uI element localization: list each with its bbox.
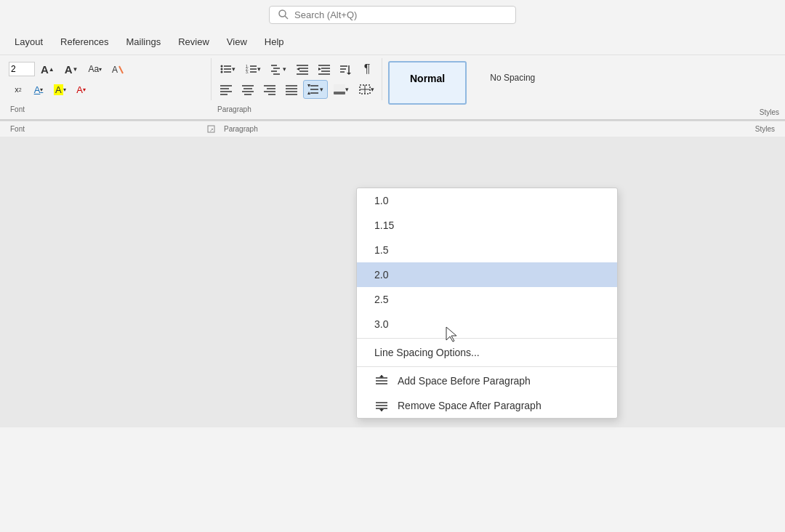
font-expand-icon[interactable]: ↗ (208, 126, 215, 133)
svg-marker-34 (347, 73, 351, 75)
justify-icon (286, 85, 297, 94)
menu-references[interactable]: References (53, 33, 116, 50)
bullet-list-icon (220, 64, 232, 74)
svg-marker-54 (307, 84, 310, 87)
menu-help[interactable]: Help (257, 33, 291, 50)
svg-marker-24 (297, 68, 299, 70)
svg-point-0 (279, 10, 286, 17)
svg-line-1 (285, 16, 288, 19)
clear-format-icon: A (112, 63, 124, 75)
sort-icon (340, 64, 352, 74)
menu-review[interactable]: Review (171, 33, 217, 50)
font-label: Font (10, 105, 25, 113)
ribbon-labels-row: Font ↗ Paragraph Styles (0, 121, 785, 137)
svg-point-6 (221, 68, 223, 70)
font-row-1: A▲ A▼ Aa▾ A (9, 60, 128, 78)
remove-space-after-item[interactable]: Remove Space After Paragraph (357, 393, 617, 418)
search-input[interactable] (294, 9, 507, 20)
svg-line-3 (119, 66, 123, 73)
shading-icon (334, 84, 345, 94)
borders-btn[interactable]: ▾ (355, 80, 379, 99)
paragraph-section-label: Paragraph (218, 125, 363, 133)
increase-indent-btn[interactable] (314, 60, 334, 78)
styles-label: Styles (760, 108, 779, 116)
align-left-icon (220, 85, 232, 94)
title-bar (0, 0, 785, 29)
align-center-btn[interactable] (238, 80, 258, 99)
svg-rect-57 (334, 92, 345, 94)
styles-group: Normal No Spacing Styles (382, 58, 781, 108)
svg-text:A: A (112, 65, 118, 75)
search-box[interactable] (269, 6, 516, 24)
shading-btn[interactable]: ▾ (329, 80, 353, 99)
font-section-label: Font (4, 125, 208, 133)
align-center-icon (242, 85, 254, 94)
menu-layout[interactable]: Layout (7, 33, 50, 50)
spacing-25-item[interactable]: 2.5 (357, 287, 617, 312)
superscript-btn[interactable]: x2 (9, 80, 28, 99)
normal-style-btn[interactable]: Normal (388, 61, 467, 105)
svg-point-4 (221, 65, 223, 68)
align-right-btn[interactable] (259, 80, 280, 99)
increase-indent-icon (318, 64, 330, 74)
font-row-2: x2 A▾ A▾ A▾ (9, 80, 91, 99)
line-spacing-dropdown: 1.0 1.15 1.5 2.0 2.5 3.0 Line Spacing Op… (356, 188, 618, 419)
font-size-increase-btn[interactable]: A▲ (36, 60, 59, 78)
dropdown-divider-2 (357, 366, 617, 367)
align-right-icon (264, 85, 275, 94)
align-left-btn[interactable] (216, 80, 236, 99)
svg-text:3.: 3. (246, 70, 249, 74)
spacing-15-item[interactable]: 1.5 (357, 238, 617, 262)
styles-section-label: Styles (363, 125, 781, 133)
svg-text:↗: ↗ (209, 127, 214, 132)
multilevel-list-icon (271, 64, 283, 74)
font-color2-btn[interactable]: A▾ (72, 80, 91, 99)
paragraph-label: Paragraph (217, 105, 251, 113)
borders-icon (359, 84, 371, 94)
bullet-list-btn[interactable]: ▾ (216, 60, 240, 78)
menu-mailings[interactable]: Mailings (119, 33, 169, 50)
pilcrow-btn[interactable]: ¶ (358, 60, 377, 78)
spacing-30-item[interactable]: 3.0 (357, 312, 617, 336)
spacing-115-item[interactable]: 1.15 (357, 213, 617, 238)
search-icon (278, 9, 289, 20)
font-size-decrease-btn[interactable]: A▼ (60, 60, 83, 78)
multilevel-list-btn[interactable]: ▾ (267, 60, 291, 78)
para-row-1: ▾ 1. 2. 3. ▾ (216, 60, 377, 78)
add-space-before-item[interactable]: Add Space Before Paragraph (357, 368, 617, 393)
remove-space-after-icon (374, 400, 389, 411)
para-row-2: ▾ ▾ ▾ (216, 80, 379, 99)
ribbon: A▲ A▼ Aa▾ A x2 A▾ A▾ A▾ Font (0, 55, 785, 121)
line-spacing-options-item[interactable]: Line Spacing Options... (357, 340, 617, 365)
font-color-btn[interactable]: A▾ (29, 80, 48, 99)
font-case-btn[interactable]: Aa▾ (84, 60, 107, 78)
paragraph-group: ▾ 1. 2. 3. ▾ (212, 58, 382, 100)
clear-formatting-btn[interactable]: A (108, 60, 128, 78)
sort-btn[interactable] (336, 60, 356, 78)
dropdown-divider (357, 338, 617, 339)
add-space-before-icon (374, 375, 389, 387)
decrease-indent-btn[interactable] (292, 60, 313, 78)
svg-point-8 (221, 71, 223, 73)
spacing-20-item[interactable]: 2.0 (357, 262, 617, 287)
font-group: A▲ A▼ Aa▾ A x2 A▾ A▾ A▾ Font (4, 58, 212, 100)
numbered-list-btn[interactable]: 1. 2. 3. ▾ (241, 60, 265, 78)
menu-bar: Layout References Mailings Review View H… (0, 29, 785, 55)
svg-marker-29 (318, 68, 321, 70)
no-spacing-style-btn[interactable]: No Spacing (470, 61, 555, 105)
font-size-input[interactable] (9, 62, 35, 76)
decrease-indent-icon (297, 64, 308, 74)
spacing-1-item[interactable]: 1.0 (357, 188, 617, 213)
highlight-btn[interactable]: A▾ (49, 80, 71, 99)
line-spacing-btn[interactable]: ▾ (303, 80, 328, 99)
line-spacing-icon (307, 84, 319, 94)
svg-marker-55 (307, 92, 310, 94)
menu-view[interactable]: View (220, 33, 254, 50)
justify-btn[interactable] (281, 80, 302, 99)
numbered-list-icon: 1. 2. 3. (246, 64, 257, 74)
